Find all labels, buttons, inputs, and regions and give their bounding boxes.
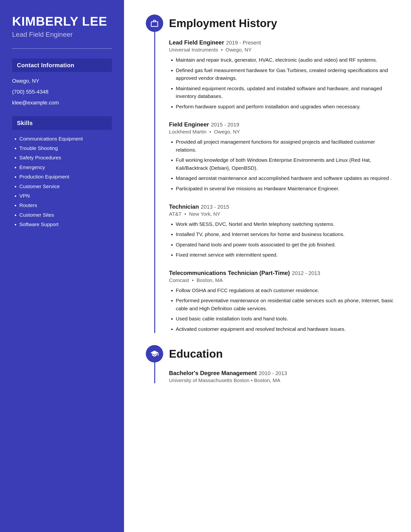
job-dates: 2012 - 2013 xyxy=(292,270,320,276)
skills-section: Skills Communications EquipmentTrouble S… xyxy=(12,116,112,228)
job-company: Lockheed Martin • Owego, NY xyxy=(169,129,394,135)
job-bullet-item: Fixed internet service with intermittent… xyxy=(176,251,394,259)
skill-item: Software Support xyxy=(19,221,112,228)
job-bullet-item: Participated in several live missions as… xyxy=(176,185,394,193)
skill-item: Emergency xyxy=(19,164,112,171)
job-company: AT&T • New York, NY xyxy=(169,211,394,217)
job-bullets: Follow OSHA and FCC regulations at each … xyxy=(169,286,394,333)
skill-item: Production Equipment xyxy=(19,173,112,180)
skill-item: Communications Equipment xyxy=(19,135,112,142)
job-bullet-item: Operated hand tools and power tools asso… xyxy=(176,241,394,249)
candidate-name: KIMBERLY LEE xyxy=(12,15,112,28)
job-bullets: Provided all project management function… xyxy=(169,138,394,192)
job-bullet-item: Full working knowledge of both Windows E… xyxy=(176,156,394,172)
job-bullet-item: Installed TV, phone, and Internet servic… xyxy=(176,230,394,238)
skill-item: VPN xyxy=(19,192,112,199)
job-bullet-item: Activated customer equipment and resolve… xyxy=(176,325,394,333)
job-company: Universal Instruments • Owego, NY xyxy=(169,47,394,53)
contact-section-title: Contact Information xyxy=(12,58,112,72)
job-dates: 2019 - Present xyxy=(226,40,261,46)
main-content: Employment History Lead Field Engineer20… xyxy=(124,0,411,532)
job-bullet-item: Provided all project management function… xyxy=(176,138,394,154)
job-block: Technician2013 - 2015AT&T • New York, NY… xyxy=(169,203,394,259)
job-bullet-item: Managed aerostat maintenance and accompl… xyxy=(176,174,394,182)
job-block: Field Engineer2015 - 2019Lockheed Martin… xyxy=(169,121,394,192)
education-section-title: Education xyxy=(169,347,223,360)
skill-item: Routers xyxy=(19,202,112,209)
skills-list: Communications EquipmentTrouble Shooting… xyxy=(12,135,112,228)
candidate-title: Lead Field Engineer xyxy=(12,31,112,38)
job-title: Field Engineer xyxy=(169,121,209,128)
education-list: Bachelor's Degree Management2010 - 2013U… xyxy=(146,370,394,383)
job-block: Lead Field Engineer2019 - PresentUnivers… xyxy=(169,39,394,111)
edu-school: University of Massachusetts Boston • Bos… xyxy=(169,378,394,383)
job-bullet-item: Perform hardware support and perform ins… xyxy=(176,103,394,111)
job-title-line: Telecommunications Technician (Part-Time… xyxy=(169,270,394,276)
skill-item: Trouble Shooting xyxy=(19,145,112,152)
job-bullet-item: Maintain and repair truck, generator, HV… xyxy=(176,56,394,64)
job-title: Technician xyxy=(169,203,199,210)
job-block: Telecommunications Technician (Part-Time… xyxy=(169,270,394,333)
job-title-line: Technician2013 - 2015 xyxy=(169,203,394,210)
job-company: Comcast • Boston, MA xyxy=(169,277,394,283)
job-bullet-item: Maintained equipment records, updated an… xyxy=(176,85,394,100)
job-title: Lead Field Engineer xyxy=(169,39,224,46)
contact-phone: (700) 555-4348 xyxy=(12,88,112,96)
job-bullet-item: Work with 5ESS, DVC, Nortel and Merlin t… xyxy=(176,220,394,228)
employment-timeline: Lead Field Engineer2019 - PresentUnivers… xyxy=(146,39,394,333)
job-bullet-item: Defined gas fuel measurement hardware fo… xyxy=(176,66,394,82)
edu-degree: Bachelor's Degree Management2010 - 2013 xyxy=(169,370,394,377)
job-dates: 2013 - 2015 xyxy=(201,204,229,210)
job-title-line: Lead Field Engineer2019 - Present xyxy=(169,39,394,46)
skills-section-title: Skills xyxy=(12,116,112,130)
job-dates: 2015 - 2019 xyxy=(211,122,239,128)
job-title-line: Field Engineer2015 - 2019 xyxy=(169,121,394,128)
job-bullet-item: Follow OSHA and FCC regulations at each … xyxy=(176,286,394,294)
skill-item: Customer Sites xyxy=(19,211,112,218)
skill-item: Safety Procedures xyxy=(19,154,112,161)
job-bullet-item: Used basic cable installation tools and … xyxy=(176,315,394,323)
skill-item: Customer Service xyxy=(19,183,112,190)
graduation-cap-icon xyxy=(146,345,163,362)
education-header: Education xyxy=(146,345,394,362)
job-bullet-item: Performed preventative maintenance on re… xyxy=(176,297,394,313)
sidebar: KIMBERLY LEE Lead Field Engineer Contact… xyxy=(0,0,124,532)
contact-location: Owego, NY xyxy=(12,77,112,85)
briefcase-icon xyxy=(146,15,163,32)
contact-email: klee@example.com xyxy=(12,99,112,107)
employment-section-title: Employment History xyxy=(169,17,277,30)
employment-header: Employment History xyxy=(146,15,394,32)
education-block: Bachelor's Degree Management2010 - 2013U… xyxy=(169,370,394,383)
sidebar-divider xyxy=(12,48,112,49)
job-title: Telecommunications Technician (Part-Time… xyxy=(169,270,290,276)
job-bullets: Work with 5ESS, DVC, Nortel and Merlin t… xyxy=(169,220,394,259)
job-bullets: Maintain and repair truck, generator, HV… xyxy=(169,56,394,111)
